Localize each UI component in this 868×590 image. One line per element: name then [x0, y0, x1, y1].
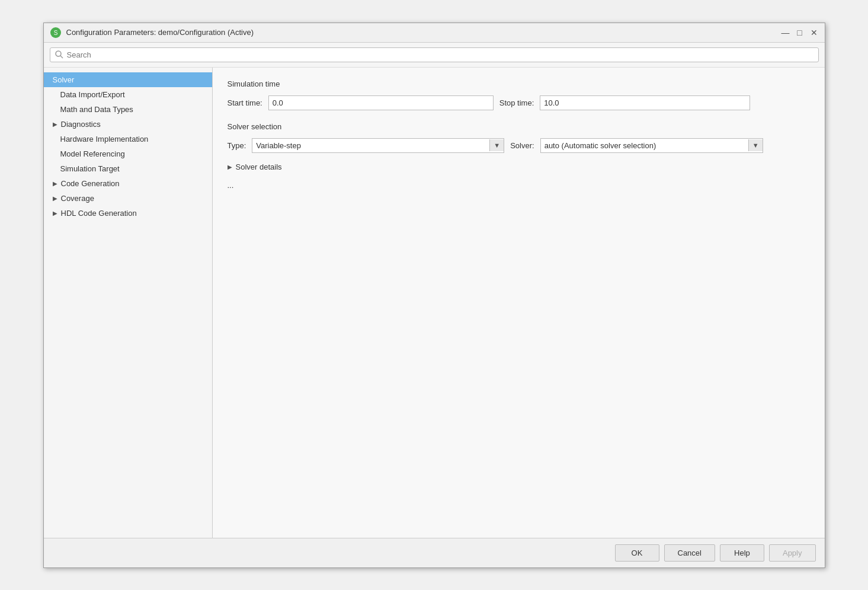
start-time-label: Start time:: [228, 98, 262, 107]
solver-label: Solver:: [510, 141, 534, 150]
simulation-time-title: Simulation time: [228, 79, 810, 88]
type-dropdown-arrow-icon[interactable]: ▼: [489, 139, 504, 151]
sidebar-item-diagnostics[interactable]: ▶ Diagnostics: [44, 117, 212, 132]
window-title: Configuration Parameters: demo/Configura…: [66, 28, 254, 37]
sidebar-item-coverage-label: Coverage: [61, 194, 94, 203]
solver-details-arrow-icon: ▶: [228, 164, 232, 170]
solver-details-label: Solver details: [236, 162, 282, 171]
sidebar-item-model-ref-label: Model Referencing: [60, 149, 125, 158]
sidebar-item-hdl-label: HDL Code Generation: [61, 209, 137, 218]
close-button[interactable]: ✕: [809, 28, 819, 37]
solver-details-row[interactable]: ▶ Solver details: [228, 162, 810, 171]
sidebar-item-data-import-export[interactable]: Data Import/Export: [44, 87, 212, 102]
start-time-input[interactable]: [268, 95, 494, 110]
sidebar-item-solver[interactable]: Solver: [44, 72, 212, 87]
stop-time-input[interactable]: [540, 95, 750, 110]
svg-point-2: [56, 51, 61, 56]
code-generation-arrow-icon: ▶: [53, 180, 57, 187]
ok-button[interactable]: OK: [615, 544, 659, 562]
type-label: Type:: [228, 141, 246, 150]
solver-selection-section: Solver selection Type: Variable-step ▼ S…: [228, 122, 810, 153]
simulation-time-section: Simulation time Start time: Stop time:: [228, 79, 810, 110]
ellipsis-text: ...: [228, 181, 810, 190]
sidebar-item-code-generation[interactable]: ▶ Code Generation: [44, 176, 212, 191]
svg-line-3: [60, 56, 63, 58]
simulation-time-row: Start time: Stop time:: [228, 95, 810, 110]
apply-button[interactable]: Apply: [769, 544, 816, 562]
sidebar-item-simulation-target[interactable]: Simulation Target: [44, 161, 212, 176]
coverage-arrow-icon: ▶: [53, 195, 57, 202]
solver-select[interactable]: auto (Automatic solver selection): [541, 139, 748, 152]
sidebar-item-hardware-label: Hardware Implementation: [60, 135, 149, 143]
footer: OK Cancel Help Apply: [44, 538, 825, 567]
solver-dropdown-arrow-icon[interactable]: ▼: [748, 139, 763, 151]
sidebar-item-coverage[interactable]: ▶ Coverage: [44, 191, 212, 206]
sidebar-item-hardware-implementation[interactable]: Hardware Implementation: [44, 132, 212, 146]
type-select-wrapper: Variable-step ▼: [252, 138, 504, 153]
svg-text:S: S: [53, 30, 57, 36]
sidebar-item-diagnostics-label: Diagnostics: [61, 120, 101, 129]
stop-time-label: Stop time:: [499, 98, 534, 107]
sidebar-item-model-referencing[interactable]: Model Referencing: [44, 146, 212, 161]
sidebar-item-sim-target-label: Simulation Target: [60, 164, 120, 173]
search-icon: [55, 50, 63, 59]
sidebar-item-hdl-code-generation[interactable]: ▶ HDL Code Generation: [44, 206, 212, 221]
main-panel: Simulation time Start time: Stop time: S…: [213, 68, 825, 538]
sidebar-item-solver-label: Solver: [53, 75, 75, 84]
search-input[interactable]: [67, 50, 813, 59]
maximize-button[interactable]: □: [795, 28, 805, 37]
titlebar-left: S Configuration Parameters: demo/Configu…: [50, 27, 254, 39]
solver-row: Type: Variable-step ▼ Solver: auto (Auto…: [228, 138, 810, 153]
sidebar-item-data-import-export-label: Data Import/Export: [60, 90, 125, 99]
search-bar: [44, 43, 825, 68]
sidebar-item-code-gen-label: Code Generation: [61, 179, 120, 188]
titlebar: S Configuration Parameters: demo/Configu…: [44, 23, 825, 43]
main-window: S Configuration Parameters: demo/Configu…: [43, 23, 825, 568]
diagnostics-arrow-icon: ▶: [53, 121, 57, 127]
solver-select-wrapper: auto (Automatic solver selection) ▼: [540, 138, 763, 153]
hdl-arrow-icon: ▶: [53, 210, 57, 216]
search-wrapper: [50, 47, 819, 62]
content-area: Solver Data Import/Export Math and Data …: [44, 68, 825, 538]
minimize-button[interactable]: —: [781, 28, 790, 37]
sidebar-item-math-and-data-types[interactable]: Math and Data Types: [44, 102, 212, 117]
sidebar-item-math-label: Math and Data Types: [60, 105, 133, 114]
solver-selection-title: Solver selection: [228, 122, 810, 131]
cancel-button[interactable]: Cancel: [664, 544, 715, 562]
type-select[interactable]: Variable-step: [252, 139, 489, 152]
app-icon: S: [50, 27, 62, 39]
sidebar: Solver Data Import/Export Math and Data …: [44, 68, 213, 538]
help-button[interactable]: Help: [720, 544, 764, 562]
titlebar-controls: — □ ✕: [781, 28, 819, 37]
